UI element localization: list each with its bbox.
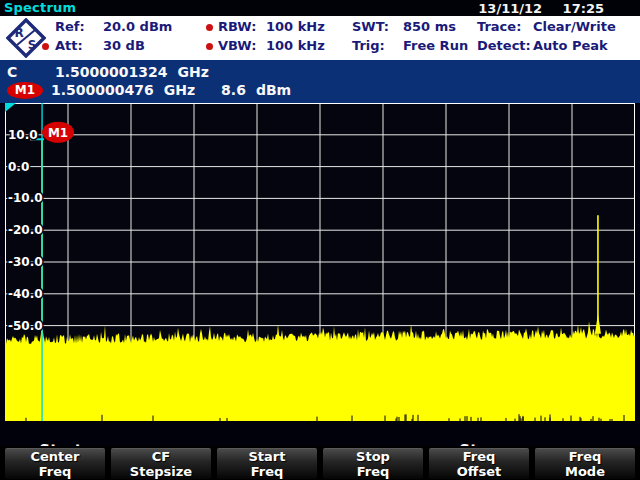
marker-m1-freq-unit: GHz (164, 82, 195, 98)
date-label: 13/11/12 (478, 1, 542, 16)
svg-text:M1: M1 (48, 126, 68, 140)
marker-m1-freq: 1.500000476 (51, 82, 154, 98)
marker-m1-row: M1 1.500000476 GHz 8.6 dBm (7, 81, 291, 99)
att-label: Att: (55, 38, 83, 54)
title-bar: Spectrum 13/11/12 17:25 (0, 0, 640, 16)
softkey-freq-mode[interactable]: FreqMode (535, 448, 635, 479)
softkey-stop-freq[interactable]: StopFreq (323, 448, 423, 479)
vbw-bullet-icon (206, 43, 213, 50)
trace-value: Clear/Write (533, 19, 616, 35)
center-freq-label: C (7, 64, 55, 80)
svg-text:S: S (28, 38, 37, 52)
softkey-start-freq[interactable]: StartFreq (217, 448, 317, 479)
att-bullet-icon (42, 43, 49, 50)
att-value: 30 dB (103, 38, 145, 54)
ref-value: 20.0 dBm (103, 19, 172, 35)
rbw-bullet-icon (206, 24, 213, 31)
settings-band: R S Ref: 20.0 dBm Att: 30 dB RBW: 100 kH… (0, 16, 640, 60)
ref-label: Ref: (55, 19, 85, 35)
spectrum-analyzer-screen: Spectrum 13/11/12 17:25 R S Ref: 20.0 dB… (0, 0, 640, 480)
svg-text:-50.0: -50.0 (8, 319, 43, 333)
graticule: M110.00.0-10.0-20.0-30.0-40.0-50.0 (5, 103, 635, 421)
vbw-label: VBW: (218, 38, 256, 54)
marker-m1-badge: M1 (7, 82, 43, 99)
svg-text:R: R (14, 26, 23, 40)
trace-label: Trace: (477, 19, 521, 35)
svg-text:-10.0: -10.0 (8, 191, 43, 205)
rs-logo-icon: R S (6, 18, 46, 58)
center-freq-value: 1.5000001324 (55, 64, 167, 80)
marker-m1-level: 8.6 (221, 82, 246, 98)
swt-label: SWT: (352, 19, 389, 35)
marker-m1-level-unit: dBm (256, 82, 291, 98)
softkey-center-freq[interactable]: CenterFreq (5, 448, 105, 479)
trig-label: Trig: (352, 38, 385, 54)
center-freq-row: C 1.5000001324 GHz (7, 63, 209, 81)
softkey-cf-stepsize[interactable]: CFStepsize (111, 448, 211, 479)
marker-readout-band: C 1.5000001324 GHz M1 1.500000476 GHz 8.… (0, 60, 640, 103)
rbw-label: RBW: (218, 19, 256, 35)
trig-value: Free Run (403, 38, 468, 54)
spectrum-plot: M110.00.0-10.0-20.0-30.0-40.0-50.0 (5, 103, 635, 421)
svg-text:-40.0: -40.0 (8, 287, 43, 301)
detect-label: Detect: (477, 38, 531, 54)
svg-text:0.0: 0.0 (8, 160, 29, 174)
vbw-value: 100 kHz (266, 38, 325, 54)
page-title: Spectrum (4, 0, 76, 15)
svg-text:-20.0: -20.0 (8, 223, 43, 237)
rbw-value: 100 kHz (266, 19, 325, 35)
time-label: 17:25 (563, 1, 604, 16)
softkey-freq-offset[interactable]: FreqOffset (429, 448, 529, 479)
date-time: 13/11/12 17:25 (478, 1, 604, 16)
svg-text:-30.0: -30.0 (8, 255, 43, 269)
freq-range-band: Start: 1.4 GHz Stop: 3.1 GHz (0, 421, 640, 446)
center-freq-unit: GHz (177, 64, 208, 80)
detect-value: Auto Peak (533, 38, 608, 54)
swt-value: 850 ms (403, 19, 456, 35)
softkey-menu: CenterFreq CFStepsize StartFreq StopFreq… (0, 446, 640, 480)
svg-text:10.0: 10.0 (8, 128, 38, 142)
